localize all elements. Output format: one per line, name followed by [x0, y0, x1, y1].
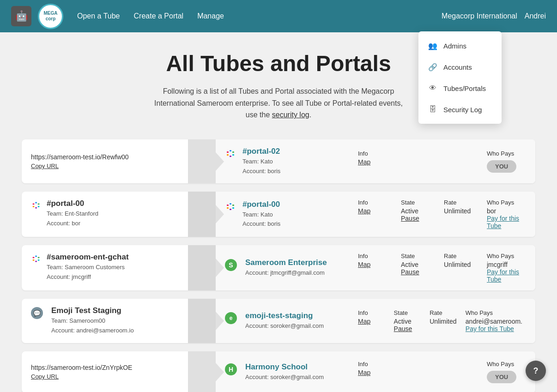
brand-logo: MEGA corp	[38, 4, 63, 29]
portal-meta-4: Account: soroker@gmail.com	[245, 373, 324, 382]
pay-link-3[interactable]: Pay for this Tube	[466, 325, 514, 332]
svg-rect-23	[38, 259, 40, 261]
entry-portal-02: https://sameroom-test.io/Rewfw00 Copy UR…	[22, 139, 535, 184]
col-whopays-4: Who Pays YOU	[483, 361, 526, 383]
map-link-4[interactable]: Map	[358, 369, 370, 376]
entry-left-url: https://sameroom-test.io/Rewfw00 Copy UR…	[22, 139, 188, 184]
portal-info-3: e emoji-test-staging Account: soroker@gm…	[225, 311, 354, 331]
page-subtitle: Following is a list of all Tubes and Por…	[154, 85, 403, 121]
header: 🤖 MEGA corp Open a Tube Create a Portal …	[0, 0, 557, 32]
pause-link-3[interactable]: Pause	[394, 325, 412, 332]
entry-right-1: #portal-00 Team: Kato Account: boris Inf…	[216, 192, 535, 237]
entry-right-0: #portal-02 Team: Kato Account: boris Inf…	[216, 139, 535, 184]
svg-rect-22	[35, 261, 37, 262]
left-meta-2: Team: Sameroom Customers Account: jmcgri…	[47, 263, 129, 282]
svg-rect-1	[230, 150, 231, 151]
map-link-3[interactable]: Map	[358, 318, 370, 325]
entry-left-named-3: 💬 Emoji Test Staging Team: Sameroom00 Ac…	[22, 299, 188, 343]
portal-name-1: #portal-00	[242, 200, 280, 209]
svg-rect-16	[230, 209, 231, 210]
entry-cols-1: Info Map State Active Pause Rate Unlimit…	[354, 199, 526, 229]
svg-rect-5	[232, 154, 234, 156]
copy-url-button-0[interactable]: Copy URL	[31, 163, 179, 169]
dropdown-tubes-portals[interactable]: 👁 Tubes/Portals	[418, 78, 502, 99]
col-info-0: Info Map	[354, 150, 397, 166]
col-whopays-2: Who Pays jmcgriff Pay for this Tube	[483, 253, 526, 283]
entry-cols-4: Info Map Who Pays YOU	[354, 361, 526, 383]
col-rate-2: Rate Unlimited	[440, 253, 483, 268]
pay-link-1[interactable]: Pay for this Tube	[487, 215, 522, 229]
entry-left-named-1: #portal-00 Team: Ent-Stanford Account: b…	[22, 192, 188, 237]
svg-rect-8	[38, 204, 40, 205]
admins-label: Admins	[443, 42, 466, 50]
entry-cols-0: Info Map Who Pays YOU	[354, 150, 526, 173]
svg-rect-0	[227, 151, 229, 153]
portal-meta-2: Account: jtmcgriff@gmail.com	[245, 268, 327, 278]
col-whopays-3: Who Pays andrei@sameroom. Pay for this T…	[462, 309, 526, 332]
svg-rect-10	[35, 207, 37, 209]
left-meta-3: Team: Sameroom00 Account: andrei@sameroo…	[51, 316, 134, 336]
col-info-1: Info Map	[354, 199, 397, 215]
portal-info-2: S Sameroom Enterprise Account: jtmcgriff…	[225, 258, 354, 278]
security-log-link[interactable]: security log	[272, 111, 309, 119]
dropdown-admins[interactable]: 👥 Admins	[418, 35, 502, 56]
security-log-icon: 🗄	[428, 104, 438, 115]
svg-rect-14	[232, 205, 234, 206]
col-state-1: State Active Pause	[397, 199, 440, 222]
portal-icon-1	[225, 201, 238, 214]
map-link-2[interactable]: Map	[358, 261, 370, 268]
svg-rect-7	[35, 202, 37, 204]
accounts-icon: 🔗	[428, 62, 438, 72]
entry-divider-4	[188, 351, 216, 392]
col-info-3: Info Map	[354, 309, 390, 325]
col-rate-1: Rate Unlimited	[440, 199, 483, 215]
dropdown-accounts[interactable]: 🔗 Accounts	[418, 56, 502, 78]
nav-manage[interactable]: Manage	[197, 10, 224, 22]
entry-url-text-4: https://sameroom-test.io/ZnYrpkOE	[31, 364, 179, 371]
admins-icon: 👥	[428, 41, 438, 51]
org-name[interactable]: Megacorp International	[442, 12, 517, 20]
svg-rect-4	[230, 156, 231, 157]
security-log-label: Security Log	[443, 106, 482, 114]
svg-rect-11	[38, 206, 40, 207]
you-badge-0: YOU	[487, 160, 516, 173]
map-link-0[interactable]: Map	[358, 158, 370, 166]
main-nav: Open a Tube Create a Portal Manage	[77, 10, 442, 22]
nav-create-portal[interactable]: Create a Portal	[134, 10, 184, 22]
col-info-4: Info Map	[354, 361, 397, 376]
help-button[interactable]: ?	[526, 361, 546, 381]
left-icon-2	[31, 253, 42, 266]
left-icon-1	[31, 200, 42, 213]
col-whopays-1: Who Pays bor Pay for this Tube	[483, 199, 526, 229]
svg-rect-9	[33, 206, 35, 207]
portal-name-0: #portal-02	[242, 147, 280, 156]
map-link-1[interactable]: Map	[358, 207, 370, 215]
robot-logo: 🤖	[11, 6, 31, 26]
dropdown-menu: 👥 Admins 🔗 Accounts 👁 Tubes/Portals 🗄 Se…	[418, 31, 502, 124]
left-icon-3: 💬	[31, 307, 43, 319]
help-icon: ?	[533, 366, 539, 376]
col-state-3: State Active Pause	[390, 309, 426, 332]
entry-right-2: S Sameroom Enterprise Account: jtmcgriff…	[216, 245, 535, 290]
user-name: Andrei	[525, 12, 546, 20]
header-right: Megacorp International Andrei	[442, 12, 546, 20]
entry-sameroom-gchat: #sameroom-ent-gchat Team: Sameroom Custo…	[22, 245, 535, 290]
portal-info-4: H Harmony School Account: soroker@gmail.…	[225, 362, 354, 382]
dropdown-security-log[interactable]: 🗄 Security Log	[418, 99, 502, 120]
svg-rect-15	[227, 207, 229, 209]
left-name-2: #sameroom-ent-gchat	[47, 253, 129, 262]
tubes-portals-label: Tubes/Portals	[443, 84, 486, 92]
portal-icon-3: e	[225, 312, 237, 324]
svg-rect-18	[33, 257, 35, 259]
left-name-3: Emoji Test Staging	[51, 306, 134, 315]
left-meta-1: Team: Ent-Stanford Account: bor	[47, 209, 98, 229]
entry-divider-1	[188, 192, 216, 237]
copy-url-button-4[interactable]: Copy URL	[31, 373, 179, 380]
pay-link-2[interactable]: Pay for this Tube	[487, 268, 522, 283]
entry-right-4: H Harmony School Account: soroker@gmail.…	[216, 351, 535, 392]
pause-link-1[interactable]: Pause	[401, 215, 419, 222]
pause-link-2[interactable]: Pause	[401, 268, 419, 276]
portal-info-1: #portal-00 Team: Kato Account: boris	[225, 200, 354, 229]
nav-open-tube[interactable]: Open a Tube	[77, 10, 120, 22]
col-state-2: State Active Pause	[397, 253, 440, 276]
